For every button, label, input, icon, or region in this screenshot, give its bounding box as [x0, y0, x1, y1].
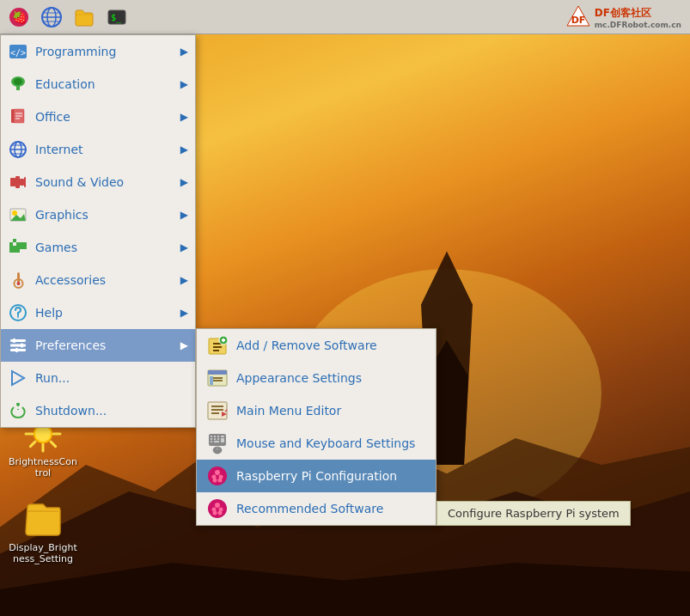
arrow-help: ▶: [180, 307, 188, 319]
svg-rect-92: [217, 438, 219, 440]
submenu-label-recommended-software: Recommended Software: [236, 502, 383, 515]
desktop-icon-display-brightness[interactable]: Display_Brightness_Setting: [9, 499, 77, 564]
menu-label-shutdown: Shutdown...: [35, 404, 107, 418]
svg-rect-89: [221, 436, 224, 437]
svg-text:DF: DF: [571, 15, 585, 26]
svg-rect-62: [21, 344, 23, 348]
svg-point-20: [14, 78, 22, 85]
svg-point-55: [17, 282, 21, 285]
submenu-label-raspberry-pi-config: Raspberry Pi Configuration: [236, 469, 397, 483]
menu-label-preferences: Preferences: [35, 338, 106, 352]
help-icon: [8, 302, 28, 323]
svg-rect-39: [9, 242, 13, 246]
recommended-software-icon: [205, 497, 229, 521]
svg-rect-50: [13, 249, 16, 253]
main-menu: </> Programming ▶ Education ▶: [0, 34, 196, 428]
menu-label-graphics: Graphics: [35, 208, 89, 222]
submenu-label-main-menu-editor: Main Menu Editor: [236, 404, 341, 418]
menu-item-games[interactable]: Games ▶: [1, 231, 195, 264]
svg-rect-78: [210, 376, 213, 385]
display-brightness-icon: [22, 499, 64, 540]
display-brightness-label: Display_Brightness_Setting: [9, 542, 77, 564]
raspberry-pi-config-icon: [205, 464, 229, 488]
education-icon: [8, 74, 28, 95]
arrow-internet: ▶: [180, 143, 188, 156]
submenu-item-mouse-keyboard-settings[interactable]: Mouse and Keyboard Settings: [197, 427, 436, 460]
arrow-office: ▶: [180, 111, 188, 123]
submenu-item-recommended-software[interactable]: Recommended Software: [197, 492, 436, 525]
svg-rect-91: [214, 438, 216, 440]
arrow-education: ▶: [180, 78, 188, 90]
menu-item-office[interactable]: Office ▶: [1, 101, 195, 133]
svg-rect-79: [208, 402, 227, 419]
svg-rect-34: [20, 179, 24, 186]
svg-rect-94: [214, 441, 219, 442]
programming-icon: </>: [8, 41, 28, 62]
files-button[interactable]: [69, 3, 100, 31]
browser-button[interactable]: [36, 3, 67, 31]
svg-rect-87: [214, 436, 216, 437]
svg-rect-95: [221, 438, 224, 442]
terminal-button[interactable]: $_: [101, 3, 132, 31]
office-icon: [8, 107, 28, 127]
svg-rect-21: [16, 85, 20, 90]
svg-line-118: [30, 442, 35, 447]
svg-line-116: [51, 442, 56, 447]
svg-text:</>: </>: [10, 48, 26, 58]
shutdown-icon: [8, 400, 28, 421]
add-remove-software-icon: [205, 333, 229, 357]
menu-label-run: Run...: [35, 371, 70, 385]
arrow-preferences: ▶: [180, 339, 188, 351]
appearance-settings-icon: [205, 366, 229, 390]
preferences-icon: [8, 335, 28, 356]
svg-rect-32: [10, 178, 15, 186]
svg-rect-44: [23, 242, 27, 246]
menu-item-shutdown[interactable]: Shutdown...: [1, 394, 195, 427]
menu-item-graphics[interactable]: Graphics ▶: [1, 198, 195, 231]
arrow-programming: ▶: [180, 46, 188, 58]
menu-item-programming[interactable]: </> Programming ▶: [1, 35, 195, 68]
svg-rect-46: [23, 246, 27, 249]
accessories-icon: [8, 270, 28, 290]
menu-label-programming: Programming: [35, 45, 116, 58]
svg-point-105: [215, 503, 220, 508]
svg-point-109: [218, 511, 223, 515]
tooltip-text: Configure Raspberry Pi system: [448, 507, 620, 520]
svg-rect-58: [10, 339, 26, 342]
sound-video-icon: [8, 172, 28, 192]
submenu-item-appearance-settings[interactable]: Appearance Settings: [197, 362, 436, 394]
svg-text:$_: $_: [111, 13, 122, 23]
svg-marker-5: [0, 563, 690, 616]
svg-rect-93: [211, 441, 212, 442]
menu-item-preferences[interactable]: Preferences ▶: [1, 329, 195, 362]
brand-text: DF创客社区: [595, 6, 681, 21]
svg-rect-35: [24, 177, 26, 187]
brightness-control-label: BrightnessControl: [9, 456, 77, 479]
menu-item-run[interactable]: Run...: [1, 362, 195, 394]
menu-item-help[interactable]: Help ▶: [1, 296, 195, 329]
graphics-icon: [8, 204, 28, 225]
submenu-item-raspberry-pi-config[interactable]: Raspberry Pi Configuration: [197, 460, 436, 492]
run-icon: [8, 368, 28, 388]
svg-rect-90: [211, 438, 212, 440]
arrow-games: ▶: [180, 241, 188, 253]
menu-label-sound-video: Sound & Video: [35, 175, 124, 189]
svg-point-104: [208, 499, 227, 518]
menu-item-sound-video[interactable]: Sound & Video ▶: [1, 166, 195, 198]
submenu-item-main-menu-editor[interactable]: Main Menu Editor: [197, 394, 436, 427]
svg-rect-49: [9, 249, 13, 253]
submenu-label-add-remove-software: Add / Remove Software: [236, 338, 377, 352]
submenu-item-add-remove-software[interactable]: Add / Remove Software: [197, 329, 436, 362]
raspberry-menu-button[interactable]: 🍓: [3, 3, 34, 31]
svg-point-98: [208, 467, 227, 485]
svg-rect-63: [15, 348, 18, 352]
menu-item-internet[interactable]: Internet ▶: [1, 133, 195, 166]
menu-item-accessories[interactable]: Accessories ▶: [1, 264, 195, 296]
internet-icon: [8, 139, 28, 160]
svg-point-99: [215, 470, 220, 475]
menu-item-education[interactable]: Education ▶: [1, 68, 195, 101]
svg-marker-64: [12, 371, 24, 385]
mouse-keyboard-settings-icon: [205, 431, 229, 455]
submenu-label-appearance-settings: Appearance Settings: [236, 371, 362, 385]
svg-rect-47: [9, 246, 13, 249]
